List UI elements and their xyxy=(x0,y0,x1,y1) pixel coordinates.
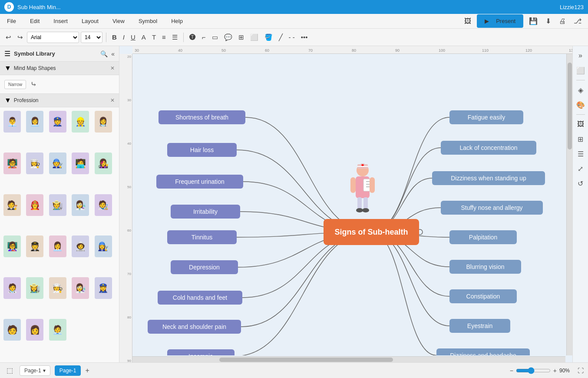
fill-btn[interactable]: 🪣 xyxy=(262,32,275,43)
left-node-5[interactable]: Depression xyxy=(171,260,238,274)
menu-layout[interactable]: Layout xyxy=(79,16,101,26)
left-node-0[interactable]: Shortness of breath xyxy=(159,110,245,124)
text-btn[interactable]: T xyxy=(150,32,158,42)
container-btn[interactable]: ⬜ xyxy=(248,32,261,43)
profession-figure-0[interactable]: 👨‍💼 xyxy=(3,111,21,133)
profession-figure-15[interactable]: 👩‍🏫 xyxy=(3,235,21,257)
collapse-right-btn[interactable]: » xyxy=(575,50,587,62)
profession-figure-19[interactable]: 👩‍🔧 xyxy=(95,235,112,257)
menu-insert[interactable]: Insert xyxy=(51,16,70,26)
shape-node[interactable]: Narrow xyxy=(4,80,26,89)
more-btn[interactable]: ••• xyxy=(299,32,310,42)
underline-btn[interactable]: U xyxy=(129,32,138,42)
menu-file[interactable]: File xyxy=(4,16,19,26)
font-size-select[interactable]: 14 xyxy=(81,32,102,43)
profession-figure-26[interactable]: 👩 xyxy=(26,319,43,341)
left-node-4[interactable]: Tinnitus xyxy=(167,230,237,244)
right-node-3[interactable]: Stuffy nose and allergy xyxy=(441,201,543,215)
right-node-0[interactable]: Fatigue easily xyxy=(449,110,523,124)
profession-figure-6[interactable]: 👩‍🍳 xyxy=(26,153,43,174)
left-node-8[interactable]: Insomnia xyxy=(167,349,235,355)
right-node-8[interactable]: Dizziness and headache xyxy=(436,348,530,355)
expand-btn[interactable]: ⤢ xyxy=(575,162,587,175)
history-btn[interactable]: ↺ xyxy=(575,177,587,189)
left-node-2[interactable]: Frequent urination xyxy=(156,175,243,189)
vscroll-thumb[interactable] xyxy=(568,63,572,149)
sidebar-collapse-btn[interactable]: « xyxy=(111,50,115,57)
add-page-btn[interactable]: + xyxy=(85,367,89,375)
present-button[interactable]: ▶ Present xyxy=(477,14,523,28)
profession-figure-3[interactable]: 👷 xyxy=(72,111,89,133)
zoom-in-btn[interactable]: + xyxy=(553,367,557,374)
right-node-2[interactable]: Dizziness when standing up xyxy=(432,171,545,185)
right-node-4[interactable]: Palpitation xyxy=(449,230,517,244)
menu-view[interactable]: View xyxy=(110,16,127,26)
profession-figure-22[interactable]: 🧑‍🍳 xyxy=(49,277,66,299)
download-btn[interactable]: ⬇ xyxy=(543,16,553,26)
right-node-6[interactable]: Constipation xyxy=(449,289,517,303)
zoom-slider[interactable] xyxy=(516,367,551,374)
menu-help[interactable]: Help xyxy=(168,16,185,26)
callout-btn[interactable]: 💬 xyxy=(222,32,235,43)
connector-btn[interactable]: ⌐ xyxy=(200,32,208,42)
layers-btn[interactable]: ◈ xyxy=(575,84,587,96)
profession-figure-7[interactable]: 🧑‍🔧 xyxy=(49,153,66,174)
save-btn[interactable]: 💾 xyxy=(527,16,540,26)
fullscreen-btn[interactable]: ⛶ xyxy=(578,367,584,374)
line-btn[interactable]: ╱ xyxy=(277,32,285,43)
profession-figure-24[interactable]: 👮‍♀️ xyxy=(95,277,112,299)
right-node-1[interactable]: Lack of concentration xyxy=(441,141,536,155)
menu-edit[interactable]: Edit xyxy=(27,16,42,26)
font-color-btn[interactable]: A xyxy=(139,32,148,42)
profession-figure-14[interactable]: 🧑‍🎨 xyxy=(95,194,112,216)
left-node-1[interactable]: Hair loss xyxy=(167,143,237,157)
share-btn[interactable]: ⎇ xyxy=(571,16,584,26)
canvas-area[interactable]: 3040506070809010011012013014015016017018… xyxy=(119,46,572,362)
left-node-6[interactable]: Cold hands and feet xyxy=(158,291,242,305)
org-btn[interactable]: ⊞ xyxy=(575,133,587,145)
page-tab-inactive[interactable]: Page-1 ▾ xyxy=(20,365,50,376)
bold-btn[interactable]: B xyxy=(110,32,119,42)
horizontal-scrollbar[interactable] xyxy=(132,356,565,362)
profession-figure-1[interactable]: 👩‍💼 xyxy=(26,111,43,133)
align-btn[interactable]: ≡ xyxy=(160,32,168,42)
page-tab-active[interactable]: Page-1 xyxy=(55,365,81,376)
left-node-3[interactable]: Irritability xyxy=(171,205,240,219)
profession-figure-9[interactable]: 👩‍🎤 xyxy=(95,153,112,174)
profession-figure-27[interactable]: 🧑‍💼 xyxy=(49,319,66,341)
italic-btn[interactable]: I xyxy=(121,32,127,42)
profession-figure-18[interactable]: 🧑‍🚀 xyxy=(72,235,89,257)
right-node-5[interactable]: Blurring vision xyxy=(449,260,521,274)
profession-figure-21[interactable]: 👩‍🌾 xyxy=(26,277,43,299)
right-node-7[interactable]: Eyestrain xyxy=(449,319,510,333)
profession-figure-12[interactable]: 🧑‍🌾 xyxy=(49,194,66,216)
profession-figure-25[interactable]: 🧑 xyxy=(3,319,21,341)
dash-btn[interactable]: - - xyxy=(287,32,297,42)
layout-btn[interactable]: ⬚ xyxy=(4,365,15,375)
section-profession-header[interactable]: ▼ Profession ✕ xyxy=(0,94,119,107)
profession-figure-20[interactable]: 🧑‍⚕️ xyxy=(3,277,21,299)
profession-figure-2[interactable]: 👮 xyxy=(49,111,66,133)
section-profession-close[interactable]: ✕ xyxy=(110,97,115,103)
theme-btn[interactable]: 🖼 xyxy=(462,17,473,26)
profession-figure-4[interactable]: 👩‍⚕️ xyxy=(95,111,112,133)
page-btn[interactable]: ⬜ xyxy=(575,64,587,76)
sidebar-search-btn[interactable]: 🔍 xyxy=(100,50,108,57)
text-format-btn[interactable]: 🅣 xyxy=(187,32,198,42)
profession-figure-23[interactable]: 👩‍🔬 xyxy=(72,277,89,299)
vertical-scrollbar[interactable] xyxy=(566,54,572,355)
menu-symbol[interactable]: Symbol xyxy=(136,16,160,26)
left-node-7[interactable]: Neck and shoulder pain xyxy=(148,320,241,334)
profession-figure-17[interactable]: 👩‍💼 xyxy=(49,235,66,257)
zoom-out-btn[interactable]: − xyxy=(510,367,513,374)
shape-arrow[interactable]: ⤷ xyxy=(30,80,37,89)
print-btn[interactable]: 🖨 xyxy=(557,17,568,26)
hscroll-thumb[interactable] xyxy=(219,358,393,362)
font-family-select[interactable]: Arial xyxy=(27,32,79,43)
style-btn[interactable]: 🎨 xyxy=(575,99,587,111)
profession-figure-16[interactable]: 🧑‍✈️ xyxy=(26,235,43,257)
center-node[interactable]: Signs of Sub-health xyxy=(324,219,419,245)
section-mindmap-header[interactable]: ▼ Mind Map Shapes ✕ xyxy=(0,62,119,75)
table-btn[interactable]: ⊞ xyxy=(236,32,246,43)
undo-btn[interactable]: ↩ xyxy=(3,32,13,43)
